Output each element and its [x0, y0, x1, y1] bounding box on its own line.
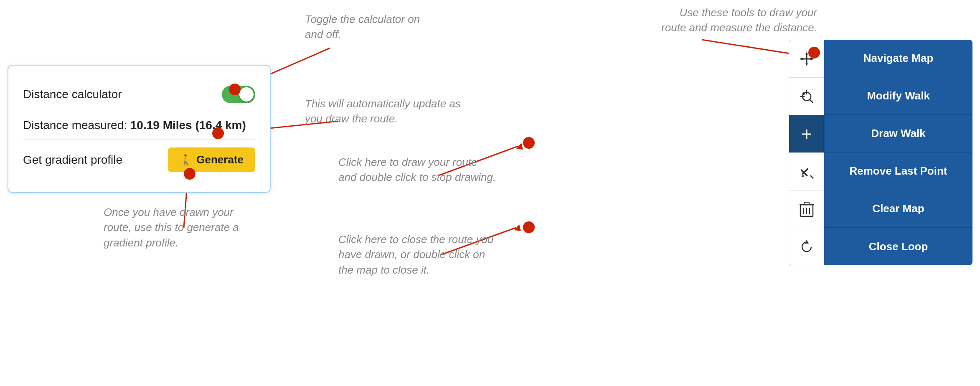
navigate-map-button[interactable]: Navigate Map: [824, 40, 972, 77]
tools-annotation: Use these tools to draw yourroute and me…: [661, 5, 817, 36]
generate-label: Generate: [196, 153, 244, 166]
remove-last-point-button[interactable]: Remove Last Point: [824, 152, 972, 190]
svg-marker-15: [805, 63, 808, 66]
toggle-annotation: Toggle the calculator onand off.: [305, 12, 447, 42]
draw-annotation: Click here to draw your routeand double …: [338, 155, 518, 185]
gradient-label: Get gradient profile: [23, 153, 122, 167]
tool-labels-column: Navigate Map Modify Walk Draw Walk Remov…: [824, 40, 972, 266]
svg-rect-31: [804, 202, 809, 205]
svg-marker-14: [805, 52, 808, 55]
tool-icons-column: [789, 40, 824, 266]
distance-value: 10.19 Miles (16.4 km): [130, 119, 246, 132]
generate-annotation: Once you have drawn yourroute, use this …: [104, 205, 246, 250]
close-loop-icon-item[interactable]: [789, 228, 824, 266]
close-loop-annotation: Click here to close the route youhave dr…: [338, 232, 518, 277]
annotation-dot-generate: [184, 168, 195, 180]
annotation-dot-toggle: [229, 84, 241, 95]
svg-marker-28: [801, 175, 805, 177]
annotation-dot-close-loop: [523, 221, 535, 233]
remove-icon-item[interactable]: [789, 153, 824, 190]
distance-annotation: This will automatically update asyou dra…: [305, 96, 464, 127]
person-icon: 🚶: [180, 154, 192, 166]
svg-marker-35: [805, 240, 809, 244]
generate-button[interactable]: 🚶 Generate: [168, 147, 255, 172]
svg-point-22: [802, 92, 805, 95]
svg-line-27: [810, 175, 813, 178]
draw-icon-item[interactable]: [789, 115, 824, 153]
clear-icon-item[interactable]: [789, 190, 824, 228]
svg-marker-16: [800, 58, 803, 60]
modify-walk-button[interactable]: Modify Walk: [824, 77, 972, 115]
gradient-row: Get gradient profile 🚶 Generate: [23, 140, 255, 180]
distance-display: Distance measured: 10.19 Miles (16.4 km): [23, 119, 246, 132]
clear-map-button[interactable]: Clear Map: [824, 190, 972, 228]
navigate-icon-item[interactable]: [789, 40, 824, 78]
svg-line-19: [810, 99, 813, 103]
close-loop-button[interactable]: Close Loop: [824, 228, 972, 265]
toggle-thumb: [239, 87, 254, 102]
annotation-dot-distance: [212, 127, 224, 139]
svg-marker-9: [514, 224, 521, 231]
annotation-dot-tools: [808, 47, 820, 58]
svg-marker-7: [516, 143, 523, 150]
tool-panel: Navigate Map Modify Walk Draw Walk Remov…: [789, 40, 972, 266]
distance-label: Distance measured:: [23, 119, 130, 132]
draw-walk-button[interactable]: Draw Walk: [824, 115, 972, 152]
modify-icon-item[interactable]: [789, 78, 824, 115]
annotation-dot-draw: [523, 137, 535, 149]
calculator-toggle-row: Distance calculator: [23, 78, 255, 111]
calculator-card: Distance calculator Distance measured: 1…: [8, 65, 271, 193]
calculator-title: Distance calculator: [23, 88, 122, 101]
